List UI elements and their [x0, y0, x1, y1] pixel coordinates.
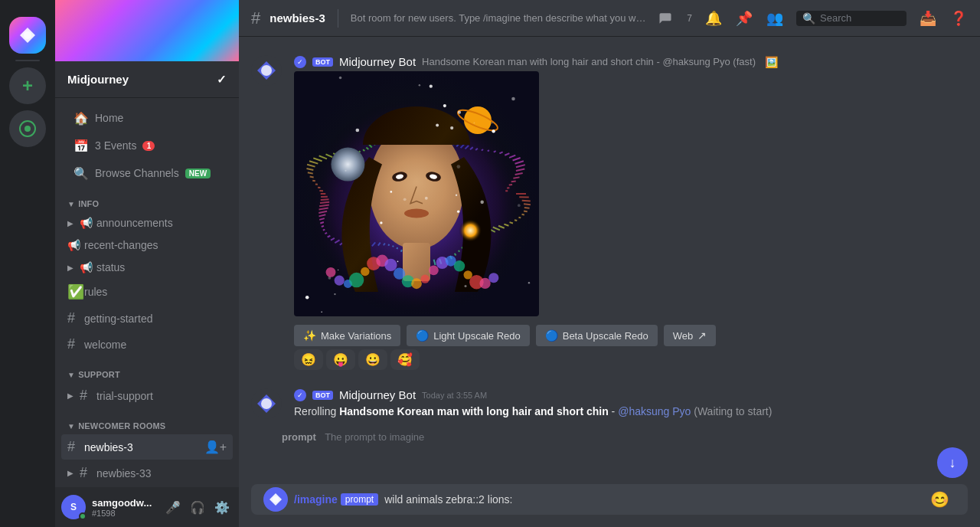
channel-rules[interactable]: ✅ rules	[61, 279, 233, 305]
search-icon: 🔍	[802, 12, 815, 25]
web-button[interactable]: Web ↗	[664, 325, 717, 346]
channel-name-newbies-33: newbies-33	[96, 467, 152, 480]
slash-command: /imagine prompt	[294, 493, 378, 506]
input-area: /imagine prompt 😊	[239, 484, 980, 527]
section-support[interactable]: ▼ SUPPORT	[55, 358, 239, 382]
message-time-2: Today at 3:55 AM	[422, 391, 487, 400]
server-banner	[55, 0, 239, 61]
pin-icon[interactable]: 📌	[735, 9, 753, 28]
reaction-tongue[interactable]: 😛	[326, 349, 355, 370]
microphone-button[interactable]: 🎤	[162, 496, 184, 518]
prompt-label-text: prompt	[282, 431, 316, 443]
mention-user: @haksung Pyo	[618, 405, 691, 417]
thread-icon[interactable]	[656, 9, 675, 28]
message-input-box[interactable]: /imagine prompt 😊	[251, 484, 968, 515]
slash-command-name: /imagine	[294, 493, 338, 506]
messages-area[interactable]: ✓ BOT Midjourney Bot Handsome Korean man…	[239, 37, 980, 484]
channel-name-welcome: welcome	[84, 339, 126, 351]
channel-getting-started[interactable]: # getting-started	[61, 306, 233, 331]
search-input[interactable]	[820, 12, 897, 24]
channel-newbies-33[interactable]: ▶ # newbies-33	[61, 460, 233, 486]
help-icon[interactable]: ❓	[949, 9, 968, 28]
channel-name-recent-changes: recent-changes	[84, 239, 158, 251]
channel-recent-changes[interactable]: 📢 recent-changes	[61, 234, 233, 256]
make-variations-button[interactable]: ✨ Make Variations	[294, 325, 400, 346]
section-info[interactable]: ▼ INFO	[55, 187, 239, 211]
beta-upscale-icon: 🔵	[545, 329, 558, 342]
events-badge: 1	[142, 141, 155, 151]
channel-name-status: status	[96, 261, 125, 273]
svg-point-6	[261, 398, 272, 409]
beta-upscale-redo-button[interactable]: 🔵 Beta Upscale Redo	[536, 325, 658, 346]
message-text-2: Rerolling Handsome Korean man with long …	[294, 404, 968, 419]
user-avatar: S	[61, 495, 86, 519]
channel-name-announcements: announcements	[96, 217, 173, 229]
bot-badge-1: BOT	[312, 57, 333, 67]
server-header[interactable]: Midjourney ✓	[55, 61, 239, 98]
header-actions: 7 🔔 📌 👥 🔍 📥 ❓	[656, 9, 968, 28]
discover-server-button[interactable]	[9, 110, 46, 147]
expand-arrow-icon-3: ▶	[67, 391, 74, 400]
members-icon[interactable]: 👥	[766, 9, 784, 28]
headset-button[interactable]: 🎧	[187, 496, 208, 518]
add-user-icon[interactable]: 👤+	[204, 440, 227, 454]
command-input[interactable]	[384, 485, 918, 514]
channel-header-hash-icon: #	[251, 8, 260, 28]
message-header-2: ✓ BOT Midjourney Bot Today at 3:55 AM	[294, 388, 968, 401]
reaction-heart-eyes[interactable]: 🥰	[390, 349, 420, 370]
message-content-2: ✓ BOT Midjourney Bot Today at 3:55 AM Re…	[294, 388, 968, 419]
notification-icon[interactable]: 🔔	[704, 9, 723, 28]
section-newcomer-label: NEWCOMER ROOMS	[78, 421, 165, 430]
channel-welcome[interactable]: # welcome	[61, 332, 233, 357]
inbox-icon[interactable]: 📥	[919, 9, 937, 28]
message-author-2: Midjourney Bot	[339, 388, 416, 401]
thread-count: 7	[687, 13, 692, 24]
section-info-label: INFO	[78, 199, 99, 208]
channel-announcements[interactable]: ▶ 📢 announcements	[61, 212, 233, 234]
channel-trial-support[interactable]: ▶ # trial-support	[61, 383, 233, 408]
sidebar-item-home[interactable]: 🏠 Home	[61, 104, 233, 132]
hash-icon-newbies-33: #	[80, 465, 92, 481]
home-icon: 🏠	[74, 110, 89, 126]
search-bar[interactable]: 🔍	[796, 11, 906, 26]
channel-header-name: newbies-3	[270, 11, 325, 25]
user-discriminator: #1598	[92, 509, 156, 518]
sidebar-item-browse-channels[interactable]: 🔍 Browse Channels NEW	[61, 159, 233, 187]
expand-arrow-icon-4: ▶	[67, 469, 74, 477]
hash-icon-trial-support: #	[80, 388, 92, 404]
verified-icon-1: ✓	[294, 56, 306, 68]
add-server-button[interactable]: +	[9, 67, 46, 104]
ai-generated-image	[294, 71, 539, 316]
channel-name-getting-started: getting-started	[84, 313, 153, 325]
emoji-grin: 😀	[365, 352, 381, 367]
bot-avatar-2	[251, 388, 282, 419]
ai-image-container	[294, 71, 968, 319]
midjourney-server-icon[interactable]	[9, 17, 46, 54]
table-row: ✓ BOT Midjourney Bot Today at 3:55 AM Re…	[239, 382, 980, 421]
emoji-picker-button[interactable]: 😊	[924, 484, 956, 515]
message-header-1: ✓ BOT Midjourney Bot Handsome Korean man…	[294, 55, 968, 68]
emoji-heart-eyes: 🥰	[397, 352, 413, 367]
user-controls: 🎤 🎧 ⚙️	[162, 496, 233, 518]
reaction-grin[interactable]: 😀	[358, 349, 387, 370]
settings-button[interactable]: ⚙️	[211, 496, 233, 518]
reaction-tired[interactable]: 😖	[294, 349, 323, 370]
announce-icon-2: 📢	[67, 239, 80, 251]
channel-newbies-3[interactable]: # newbies-3 👤+	[61, 434, 233, 460]
light-upscale-label: Light Upscale Redo	[433, 330, 520, 342]
channel-status[interactable]: ▶ 📢 status	[61, 257, 233, 278]
scroll-to-bottom-button[interactable]: ↓	[937, 447, 968, 478]
svg-point-0	[24, 31, 31, 39]
verified-icon-2: ✓	[294, 389, 306, 401]
expand-arrow-icon: ▶	[67, 219, 74, 227]
variations-icon: ✨	[303, 329, 316, 342]
light-upscale-redo-button[interactable]: 🔵 Light Upscale Redo	[407, 325, 529, 346]
emoji-tired: 😖	[301, 352, 316, 367]
sidebar-item-events[interactable]: 📅 3 Events 1	[61, 132, 233, 159]
section-newcomer-rooms[interactable]: ▼ NEWCOMER ROOMS	[55, 409, 239, 434]
slash-command-param: prompt	[341, 493, 378, 506]
user-info: samgoodw... #1598	[92, 497, 156, 518]
user-name: samgoodw...	[92, 497, 156, 509]
bot-msg-desc-1: Handsome Korean man with long hair and s…	[422, 56, 756, 67]
browse-channels-badge: NEW	[185, 169, 211, 178]
